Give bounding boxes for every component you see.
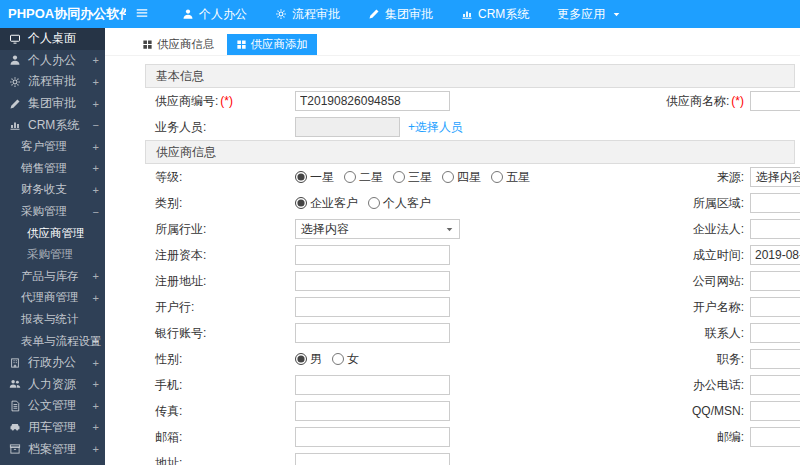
field-label: 开户名称:: [645, 299, 750, 316]
chart-icon: [9, 119, 24, 131]
text-input[interactable]: [750, 297, 800, 317]
field-label-text: 邮编:: [717, 430, 744, 444]
text-input[interactable]: [295, 323, 450, 343]
form-row: 银行账号:联系人:: [145, 320, 795, 346]
text-input[interactable]: [750, 193, 800, 213]
sidebar-item-6[interactable]: 销售管理+: [0, 158, 105, 180]
text-input[interactable]: [295, 427, 450, 447]
radio-input[interactable]: [368, 197, 380, 209]
radio-input[interactable]: [295, 353, 307, 365]
text-input[interactable]: [750, 323, 800, 343]
text-input[interactable]: [295, 401, 450, 421]
chart-icon: [461, 8, 473, 20]
field-label-text: 银行账号:: [155, 326, 206, 340]
text-input[interactable]: [750, 401, 800, 421]
nav-item-0[interactable]: 个人办公: [168, 0, 261, 28]
sidebar-item-18[interactable]: 用车管理+: [0, 417, 105, 439]
text-input[interactable]: [750, 271, 800, 291]
sidebar-item-2[interactable]: 流程审批+: [0, 71, 105, 93]
sidebar-item-label: 流程审批: [28, 73, 76, 90]
radio-option[interactable]: 二星: [344, 169, 383, 186]
sidebar-item-14[interactable]: 表单与流程设置+: [0, 330, 105, 352]
sidebar-item-16[interactable]: 人力资源+: [0, 374, 105, 396]
radio-option[interactable]: 五星: [491, 169, 530, 186]
top-bar: PHPOA协同办公软件 个人办公流程审批集团审批CRM系统更多应用: [0, 0, 800, 28]
radio-option[interactable]: 四星: [442, 169, 481, 186]
field-label-text: 供应商编号:: [155, 94, 218, 108]
expand-plus-icon: +: [93, 378, 99, 390]
expand-plus-icon: +: [93, 421, 99, 433]
sidebar-item-3[interactable]: 集团审批+: [0, 93, 105, 115]
field-control: [295, 427, 645, 447]
sidebar-item-12[interactable]: 代理商管理+: [0, 287, 105, 309]
radio-option[interactable]: 个人客户: [368, 195, 431, 212]
radio-input[interactable]: [344, 171, 356, 183]
field-label: 业务人员:: [145, 119, 295, 136]
gear-icon: [9, 76, 24, 88]
sidebar-toggle[interactable]: [126, 0, 158, 28]
radio-option[interactable]: 企业客户: [295, 195, 358, 212]
radio-input[interactable]: [332, 353, 344, 365]
sidebar-item-15[interactable]: 行政办公+: [0, 352, 105, 374]
sidebar-item-4[interactable]: CRM系统−: [0, 114, 105, 136]
form-row: 所属行业:选择内容企业法人:: [145, 216, 795, 242]
text-input[interactable]: [750, 245, 800, 265]
text-input[interactable]: [295, 245, 450, 265]
sidebar-item-19[interactable]: 档案管理+: [0, 438, 105, 460]
sidebar-item-0[interactable]: 个人桌面: [0, 28, 105, 50]
text-input[interactable]: [750, 427, 800, 447]
nav-item-3[interactable]: CRM系统: [447, 0, 543, 28]
field-label-text: 传真:: [155, 404, 182, 418]
text-input[interactable]: [295, 375, 450, 395]
field-control: [750, 219, 795, 239]
radio-option[interactable]: 一星: [295, 169, 334, 186]
grid-icon: [142, 39, 153, 50]
gear-icon: [275, 8, 287, 20]
radio-input[interactable]: [442, 171, 454, 183]
sidebar-item-8[interactable]: 采购管理−: [0, 201, 105, 223]
text-input[interactable]: [750, 219, 800, 239]
radio-label: 企业客户: [310, 195, 358, 212]
sidebar-item-17[interactable]: 公文管理+: [0, 395, 105, 417]
nav-item-label: 流程审批: [292, 6, 340, 23]
sidebar-item-label: 个人桌面: [28, 30, 76, 47]
section-header: 供应商信息: [145, 140, 795, 164]
sidebar-item-7[interactable]: 财务收支+: [0, 179, 105, 201]
text-input[interactable]: [750, 349, 800, 369]
sidebar-item-11[interactable]: 产品与库存+: [0, 266, 105, 288]
tab-supplier-add[interactable]: 供应商添加: [227, 34, 318, 55]
radio-option[interactable]: 三星: [393, 169, 432, 186]
sidebar-item-9[interactable]: 供应商管理: [0, 222, 105, 244]
radio-input[interactable]: [295, 171, 307, 183]
sidebar-item-1[interactable]: 个人办公+: [0, 50, 105, 72]
text-input[interactable]: [750, 375, 800, 395]
text-input[interactable]: [750, 91, 800, 111]
tab-supplier-info[interactable]: 供应商信息: [133, 34, 224, 55]
text-input[interactable]: [295, 117, 400, 137]
sidebar-item-10[interactable]: 采购管理: [0, 244, 105, 266]
radio-input[interactable]: [393, 171, 405, 183]
sidebar-item-13[interactable]: 报表与统计: [0, 309, 105, 331]
sidebar-item-5[interactable]: 客户管理+: [0, 136, 105, 158]
select-dropdown[interactable]: 选择内容: [295, 219, 460, 239]
select-person-link[interactable]: +选择人员: [408, 120, 463, 134]
field-control: [750, 375, 795, 395]
caret-down-icon: [445, 225, 454, 234]
field-label-text: 开户行:: [155, 300, 194, 314]
field-control: 企业客户个人客户: [295, 195, 645, 212]
radio-input[interactable]: [295, 197, 307, 209]
text-input[interactable]: [295, 271, 450, 291]
field-control: [295, 401, 645, 421]
radio-input[interactable]: [491, 171, 503, 183]
text-input[interactable]: [295, 297, 450, 317]
field-control: [750, 271, 795, 291]
form-row: 等级:一星二星三星四星五星来源:选择内容: [145, 164, 795, 190]
text-input[interactable]: [295, 91, 450, 111]
text-input[interactable]: [295, 453, 450, 465]
nav-item-2[interactable]: 集团审批: [354, 0, 447, 28]
nav-item-4[interactable]: 更多应用: [543, 0, 635, 28]
nav-item-1[interactable]: 流程审批: [261, 0, 354, 28]
radio-option[interactable]: 男: [295, 351, 322, 368]
radio-option[interactable]: 女: [332, 351, 359, 368]
select-dropdown[interactable]: 选择内容: [750, 167, 800, 187]
